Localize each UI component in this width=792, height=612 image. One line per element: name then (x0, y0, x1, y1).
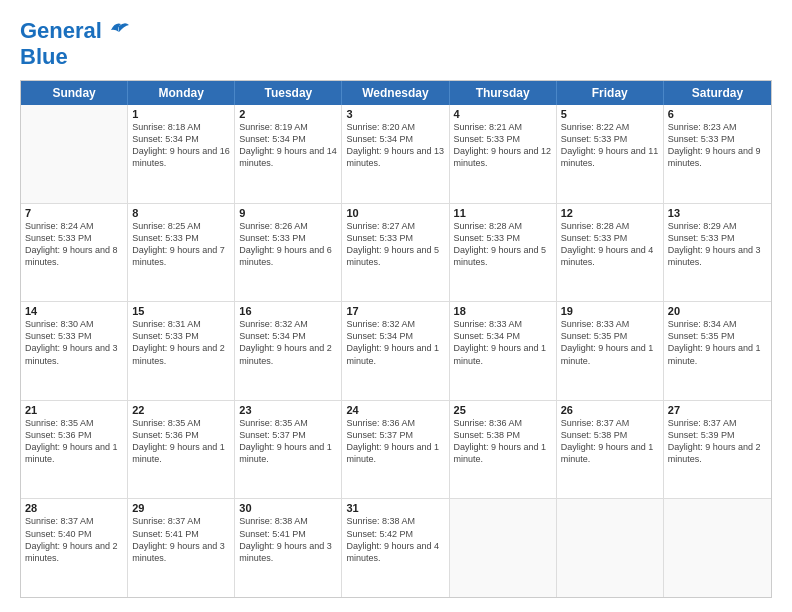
day-number: 26 (561, 404, 659, 416)
day-number: 20 (668, 305, 767, 317)
calendar-cell: 3Sunrise: 8:20 AMSunset: 5:34 PMDaylight… (342, 105, 449, 203)
day-number: 27 (668, 404, 767, 416)
cell-info: Sunrise: 8:37 AMSunset: 5:41 PMDaylight:… (132, 515, 230, 564)
calendar-cell: 8Sunrise: 8:25 AMSunset: 5:33 PMDaylight… (128, 204, 235, 302)
day-number: 15 (132, 305, 230, 317)
weekday-header: Friday (557, 81, 664, 105)
day-number: 12 (561, 207, 659, 219)
day-number: 24 (346, 404, 444, 416)
day-number: 16 (239, 305, 337, 317)
day-number: 14 (25, 305, 123, 317)
cell-info: Sunrise: 8:23 AMSunset: 5:33 PMDaylight:… (668, 121, 767, 170)
day-number: 25 (454, 404, 552, 416)
calendar-cell: 5Sunrise: 8:22 AMSunset: 5:33 PMDaylight… (557, 105, 664, 203)
cell-info: Sunrise: 8:37 AMSunset: 5:40 PMDaylight:… (25, 515, 123, 564)
calendar-cell (21, 105, 128, 203)
day-number: 31 (346, 502, 444, 514)
cell-info: Sunrise: 8:32 AMSunset: 5:34 PMDaylight:… (239, 318, 337, 367)
calendar-cell: 25Sunrise: 8:36 AMSunset: 5:38 PMDayligh… (450, 401, 557, 499)
weekday-header: Tuesday (235, 81, 342, 105)
cell-info: Sunrise: 8:32 AMSunset: 5:34 PMDaylight:… (346, 318, 444, 367)
cell-info: Sunrise: 8:29 AMSunset: 5:33 PMDaylight:… (668, 220, 767, 269)
calendar-cell: 14Sunrise: 8:30 AMSunset: 5:33 PMDayligh… (21, 302, 128, 400)
calendar-row: 21Sunrise: 8:35 AMSunset: 5:36 PMDayligh… (21, 401, 771, 500)
cell-info: Sunrise: 8:18 AMSunset: 5:34 PMDaylight:… (132, 121, 230, 170)
cell-info: Sunrise: 8:24 AMSunset: 5:33 PMDaylight:… (25, 220, 123, 269)
day-number: 21 (25, 404, 123, 416)
calendar-cell: 1Sunrise: 8:18 AMSunset: 5:34 PMDaylight… (128, 105, 235, 203)
calendar-cell (664, 499, 771, 597)
day-number: 2 (239, 108, 337, 120)
day-number: 7 (25, 207, 123, 219)
calendar-cell: 27Sunrise: 8:37 AMSunset: 5:39 PMDayligh… (664, 401, 771, 499)
day-number: 22 (132, 404, 230, 416)
calendar-cell: 20Sunrise: 8:34 AMSunset: 5:35 PMDayligh… (664, 302, 771, 400)
cell-info: Sunrise: 8:35 AMSunset: 5:37 PMDaylight:… (239, 417, 337, 466)
cell-info: Sunrise: 8:38 AMSunset: 5:41 PMDaylight:… (239, 515, 337, 564)
calendar-cell: 7Sunrise: 8:24 AMSunset: 5:33 PMDaylight… (21, 204, 128, 302)
calendar-cell: 26Sunrise: 8:37 AMSunset: 5:38 PMDayligh… (557, 401, 664, 499)
cell-info: Sunrise: 8:28 AMSunset: 5:33 PMDaylight:… (561, 220, 659, 269)
calendar-cell: 21Sunrise: 8:35 AMSunset: 5:36 PMDayligh… (21, 401, 128, 499)
cell-info: Sunrise: 8:37 AMSunset: 5:39 PMDaylight:… (668, 417, 767, 466)
day-number: 30 (239, 502, 337, 514)
calendar-cell: 31Sunrise: 8:38 AMSunset: 5:42 PMDayligh… (342, 499, 449, 597)
cell-info: Sunrise: 8:37 AMSunset: 5:38 PMDaylight:… (561, 417, 659, 466)
day-number: 6 (668, 108, 767, 120)
logo-blue: Blue (20, 44, 68, 69)
cell-info: Sunrise: 8:31 AMSunset: 5:33 PMDaylight:… (132, 318, 230, 367)
cell-info: Sunrise: 8:25 AMSunset: 5:33 PMDaylight:… (132, 220, 230, 269)
calendar-cell: 23Sunrise: 8:35 AMSunset: 5:37 PMDayligh… (235, 401, 342, 499)
calendar-cell (557, 499, 664, 597)
calendar-cell: 18Sunrise: 8:33 AMSunset: 5:34 PMDayligh… (450, 302, 557, 400)
calendar-cell: 6Sunrise: 8:23 AMSunset: 5:33 PMDaylight… (664, 105, 771, 203)
calendar: SundayMondayTuesdayWednesdayThursdayFrid… (20, 80, 772, 598)
weekday-header: Wednesday (342, 81, 449, 105)
calendar-row: 14Sunrise: 8:30 AMSunset: 5:33 PMDayligh… (21, 302, 771, 401)
calendar-cell: 11Sunrise: 8:28 AMSunset: 5:33 PMDayligh… (450, 204, 557, 302)
day-number: 19 (561, 305, 659, 317)
cell-info: Sunrise: 8:35 AMSunset: 5:36 PMDaylight:… (25, 417, 123, 466)
day-number: 18 (454, 305, 552, 317)
cell-info: Sunrise: 8:34 AMSunset: 5:35 PMDaylight:… (668, 318, 767, 367)
cell-info: Sunrise: 8:19 AMSunset: 5:34 PMDaylight:… (239, 121, 337, 170)
day-number: 5 (561, 108, 659, 120)
cell-info: Sunrise: 8:21 AMSunset: 5:33 PMDaylight:… (454, 121, 552, 170)
cell-info: Sunrise: 8:28 AMSunset: 5:33 PMDaylight:… (454, 220, 552, 269)
logo: General Blue (20, 18, 129, 70)
cell-info: Sunrise: 8:26 AMSunset: 5:33 PMDaylight:… (239, 220, 337, 269)
day-number: 9 (239, 207, 337, 219)
calendar-cell: 12Sunrise: 8:28 AMSunset: 5:33 PMDayligh… (557, 204, 664, 302)
cell-info: Sunrise: 8:38 AMSunset: 5:42 PMDaylight:… (346, 515, 444, 564)
calendar-header: SundayMondayTuesdayWednesdayThursdayFrid… (21, 81, 771, 105)
weekday-header: Sunday (21, 81, 128, 105)
calendar-row: 1Sunrise: 8:18 AMSunset: 5:34 PMDaylight… (21, 105, 771, 204)
calendar-cell: 30Sunrise: 8:38 AMSunset: 5:41 PMDayligh… (235, 499, 342, 597)
calendar-cell: 9Sunrise: 8:26 AMSunset: 5:33 PMDaylight… (235, 204, 342, 302)
day-number: 23 (239, 404, 337, 416)
cell-info: Sunrise: 8:35 AMSunset: 5:36 PMDaylight:… (132, 417, 230, 466)
cell-info: Sunrise: 8:36 AMSunset: 5:37 PMDaylight:… (346, 417, 444, 466)
day-number: 8 (132, 207, 230, 219)
calendar-cell: 28Sunrise: 8:37 AMSunset: 5:40 PMDayligh… (21, 499, 128, 597)
cell-info: Sunrise: 8:30 AMSunset: 5:33 PMDaylight:… (25, 318, 123, 367)
calendar-cell: 16Sunrise: 8:32 AMSunset: 5:34 PMDayligh… (235, 302, 342, 400)
weekday-header: Saturday (664, 81, 771, 105)
day-number: 3 (346, 108, 444, 120)
cell-info: Sunrise: 8:36 AMSunset: 5:38 PMDaylight:… (454, 417, 552, 466)
calendar-row: 28Sunrise: 8:37 AMSunset: 5:40 PMDayligh… (21, 499, 771, 597)
calendar-cell: 13Sunrise: 8:29 AMSunset: 5:33 PMDayligh… (664, 204, 771, 302)
cell-info: Sunrise: 8:20 AMSunset: 5:34 PMDaylight:… (346, 121, 444, 170)
calendar-cell: 22Sunrise: 8:35 AMSunset: 5:36 PMDayligh… (128, 401, 235, 499)
cell-info: Sunrise: 8:22 AMSunset: 5:33 PMDaylight:… (561, 121, 659, 170)
calendar-cell: 19Sunrise: 8:33 AMSunset: 5:35 PMDayligh… (557, 302, 664, 400)
weekday-header: Thursday (450, 81, 557, 105)
weekday-header: Monday (128, 81, 235, 105)
calendar-cell: 24Sunrise: 8:36 AMSunset: 5:37 PMDayligh… (342, 401, 449, 499)
calendar-cell (450, 499, 557, 597)
day-number: 28 (25, 502, 123, 514)
day-number: 17 (346, 305, 444, 317)
calendar-cell: 29Sunrise: 8:37 AMSunset: 5:41 PMDayligh… (128, 499, 235, 597)
calendar-cell: 17Sunrise: 8:32 AMSunset: 5:34 PMDayligh… (342, 302, 449, 400)
header: General Blue (20, 18, 772, 70)
